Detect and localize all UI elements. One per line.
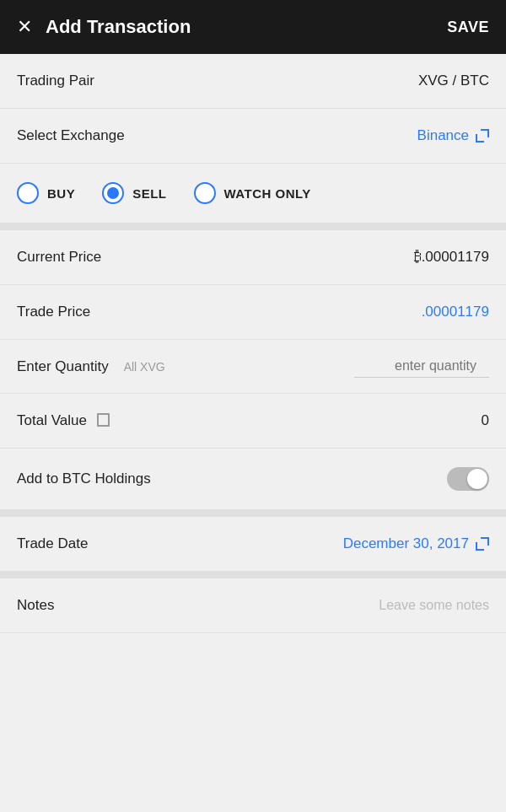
radio-sell-label: SELL: [132, 186, 166, 201]
copy-icon[interactable]: [97, 413, 112, 428]
trade-date-label: Trade Date: [17, 535, 88, 552]
trade-date-row[interactable]: Trade Date December 30, 2017: [0, 517, 506, 572]
enter-quantity-row: Enter Quantity All XVG: [0, 340, 506, 394]
trade-price-label: Trade Price: [17, 304, 90, 320]
header-left: ✕ Add Transaction: [17, 16, 191, 38]
radio-sell-inner: [107, 187, 119, 199]
select-exchange-label: Select Exchange: [17, 127, 125, 144]
copy-icon-inner: [99, 415, 110, 427]
current-price-value: ₿.00001179: [414, 249, 489, 266]
notes-placeholder[interactable]: Leave some notes: [379, 598, 489, 613]
radio-watch-only[interactable]: WATCH ONLY: [194, 182, 311, 204]
add-to-btc-row: Add to BTC Holdings: [0, 449, 506, 510]
toggle-thumb: [467, 469, 487, 489]
transaction-type-row: BUY SELL WATCH ONLY: [0, 164, 506, 223]
save-button[interactable]: SAVE: [447, 19, 489, 36]
separator-1: [0, 223, 506, 230]
quantity-left: Enter Quantity All XVG: [17, 358, 165, 375]
header: ✕ Add Transaction SAVE: [0, 0, 506, 54]
trade-date-expand-icon: [476, 537, 489, 551]
page-title: Add Transaction: [46, 16, 191, 38]
total-value-amount: 0: [482, 412, 489, 429]
total-value-label: Total Value: [17, 412, 87, 429]
radio-watch-only-label: WATCH ONLY: [224, 186, 311, 201]
trade-price-value: .00001179: [422, 304, 489, 320]
close-icon[interactable]: ✕: [17, 18, 32, 36]
enter-quantity-label: Enter Quantity: [17, 358, 109, 375]
current-price-row: Current Price ₿.00001179: [0, 230, 506, 285]
quantity-input[interactable]: [354, 355, 489, 378]
select-exchange-value[interactable]: Binance: [417, 127, 489, 144]
radio-buy-label: BUY: [47, 186, 75, 201]
add-to-btc-label: Add to BTC Holdings: [17, 471, 151, 487]
add-to-btc-toggle[interactable]: [447, 467, 489, 491]
separator-2: [0, 510, 506, 517]
all-xvg-button[interactable]: All XVG: [124, 360, 165, 374]
trading-pair-value: XVG / BTC: [418, 73, 489, 89]
trading-pair-label: Trading Pair: [17, 73, 94, 89]
notes-label: Notes: [17, 597, 54, 614]
current-price-label: Current Price: [17, 249, 101, 266]
trade-date-value: December 30, 2017: [343, 535, 469, 552]
radio-buy-outer: [17, 182, 39, 204]
trading-pair-row: Trading Pair XVG / BTC: [0, 54, 506, 109]
expand-icon: [476, 129, 489, 143]
radio-sell[interactable]: SELL: [102, 182, 166, 204]
trade-date-value-wrapper[interactable]: December 30, 2017: [343, 535, 489, 552]
exchange-name: Binance: [417, 127, 469, 144]
radio-sell-outer: [102, 182, 124, 204]
total-value-left: Total Value: [17, 412, 112, 429]
notes-row: Notes Leave some notes: [0, 578, 506, 633]
radio-buy[interactable]: BUY: [17, 182, 75, 204]
radio-watch-only-outer: [194, 182, 216, 204]
content: Trading Pair XVG / BTC Select Exchange B…: [0, 54, 506, 633]
trade-price-row[interactable]: Trade Price .00001179: [0, 285, 506, 340]
select-exchange-row[interactable]: Select Exchange Binance: [0, 109, 506, 164]
total-value-row: Total Value 0: [0, 394, 506, 449]
separator-3: [0, 572, 506, 578]
